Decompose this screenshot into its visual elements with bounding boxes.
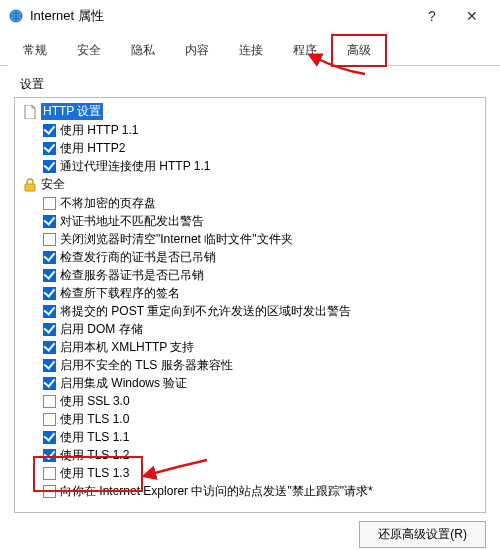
checkbox[interactable]: [43, 197, 56, 210]
tab-4[interactable]: 连接: [224, 35, 278, 66]
checkbox[interactable]: [43, 142, 56, 155]
checkbox[interactable]: [43, 467, 56, 480]
settings-label: 设置: [20, 76, 500, 93]
checkbox[interactable]: [43, 359, 56, 372]
titlebar: Internet 属性 ? ✕: [0, 0, 500, 32]
setting-item[interactable]: 向你在 Internet Explorer 中访问的站点发送"禁止跟踪"请求*: [23, 482, 483, 500]
checkbox[interactable]: [43, 287, 56, 300]
category-security[interactable]: 安全: [23, 175, 483, 194]
tab-bar: 常规安全隐私内容连接程序高级: [0, 34, 500, 66]
setting-label: 向你在 Internet Explorer 中访问的站点发送"禁止跟踪"请求*: [60, 483, 373, 499]
setting-label: 启用不安全的 TLS 服务器兼容性: [60, 357, 233, 373]
setting-label: 使用 TLS 1.3: [60, 465, 129, 481]
setting-label: 通过代理连接使用 HTTP 1.1: [60, 158, 210, 174]
setting-item[interactable]: 使用 TLS 1.0: [23, 410, 483, 428]
restore-defaults-button[interactable]: 还原高级设置(R): [359, 521, 486, 548]
checkbox[interactable]: [43, 124, 56, 137]
setting-item[interactable]: 启用 DOM 存储: [23, 320, 483, 338]
lock-icon: [23, 178, 37, 192]
setting-item[interactable]: 使用 HTTP2: [23, 139, 483, 157]
checkbox[interactable]: [43, 305, 56, 318]
setting-item[interactable]: 使用 TLS 1.3: [23, 464, 483, 482]
category-label: 安全: [41, 176, 65, 193]
category-label: HTTP 设置: [41, 103, 103, 120]
app-icon: [8, 8, 24, 24]
tab-2[interactable]: 隐私: [116, 35, 170, 66]
footer: 还原高级设置(R): [0, 513, 500, 548]
setting-label: 对证书地址不匹配发出警告: [60, 213, 204, 229]
setting-label: 使用 TLS 1.2: [60, 447, 129, 463]
setting-item[interactable]: 检查所下载程序的签名: [23, 284, 483, 302]
setting-label: 关闭浏览器时清空"Internet 临时文件"文件夹: [60, 231, 293, 247]
setting-label: 使用 TLS 1.0: [60, 411, 129, 427]
setting-label: 检查发行商的证书是否已吊销: [60, 249, 216, 265]
tab-1[interactable]: 安全: [62, 35, 116, 66]
setting-item[interactable]: 启用本机 XMLHTTP 支持: [23, 338, 483, 356]
setting-item[interactable]: 启用不安全的 TLS 服务器兼容性: [23, 356, 483, 374]
doc-icon: [23, 105, 37, 119]
setting-item[interactable]: 使用 SSL 3.0: [23, 392, 483, 410]
settings-listbox[interactable]: HTTP 设置使用 HTTP 1.1使用 HTTP2通过代理连接使用 HTTP …: [14, 97, 486, 513]
setting-label: 启用集成 Windows 验证: [60, 375, 187, 391]
setting-item[interactable]: 使用 TLS 1.2: [23, 446, 483, 464]
setting-label: 不将加密的页存盘: [60, 195, 156, 211]
tab-0[interactable]: 常规: [8, 35, 62, 66]
checkbox[interactable]: [43, 377, 56, 390]
setting-item[interactable]: 对证书地址不匹配发出警告: [23, 212, 483, 230]
setting-item[interactable]: 关闭浏览器时清空"Internet 临时文件"文件夹: [23, 230, 483, 248]
help-button[interactable]: ?: [412, 2, 452, 30]
setting-item[interactable]: 检查服务器证书是否已吊销: [23, 266, 483, 284]
setting-item[interactable]: 不将加密的页存盘: [23, 194, 483, 212]
close-button[interactable]: ✕: [452, 2, 492, 30]
checkbox[interactable]: [43, 233, 56, 246]
checkbox[interactable]: [43, 323, 56, 336]
setting-item[interactable]: 将提交的 POST 重定向到不允许发送的区域时发出警告: [23, 302, 483, 320]
setting-label: 使用 HTTP 1.1: [60, 122, 138, 138]
setting-label: 检查所下载程序的签名: [60, 285, 180, 301]
checkbox[interactable]: [43, 215, 56, 228]
checkbox[interactable]: [43, 449, 56, 462]
checkbox[interactable]: [43, 160, 56, 173]
setting-label: 使用 SSL 3.0: [60, 393, 130, 409]
checkbox[interactable]: [43, 341, 56, 354]
setting-item[interactable]: 检查发行商的证书是否已吊销: [23, 248, 483, 266]
checkbox[interactable]: [43, 431, 56, 444]
setting-item[interactable]: 启用集成 Windows 验证: [23, 374, 483, 392]
svg-rect-1: [25, 184, 35, 191]
setting-label: 使用 HTTP2: [60, 140, 125, 156]
checkbox[interactable]: [43, 395, 56, 408]
setting-label: 使用 TLS 1.1: [60, 429, 129, 445]
setting-label: 启用本机 XMLHTTP 支持: [60, 339, 194, 355]
window-title: Internet 属性: [30, 7, 104, 25]
category-http[interactable]: HTTP 设置: [23, 102, 483, 121]
setting-item[interactable]: 通过代理连接使用 HTTP 1.1: [23, 157, 483, 175]
setting-label: 检查服务器证书是否已吊销: [60, 267, 204, 283]
setting-item[interactable]: 使用 HTTP 1.1: [23, 121, 483, 139]
checkbox[interactable]: [43, 485, 56, 498]
setting-label: 将提交的 POST 重定向到不允许发送的区域时发出警告: [60, 303, 351, 319]
checkbox[interactable]: [43, 413, 56, 426]
tab-3[interactable]: 内容: [170, 35, 224, 66]
tab-6[interactable]: 高级: [332, 35, 386, 66]
checkbox[interactable]: [43, 269, 56, 282]
setting-label: 启用 DOM 存储: [60, 321, 143, 337]
tab-5[interactable]: 程序: [278, 35, 332, 66]
setting-item[interactable]: 使用 TLS 1.1: [23, 428, 483, 446]
checkbox[interactable]: [43, 251, 56, 264]
